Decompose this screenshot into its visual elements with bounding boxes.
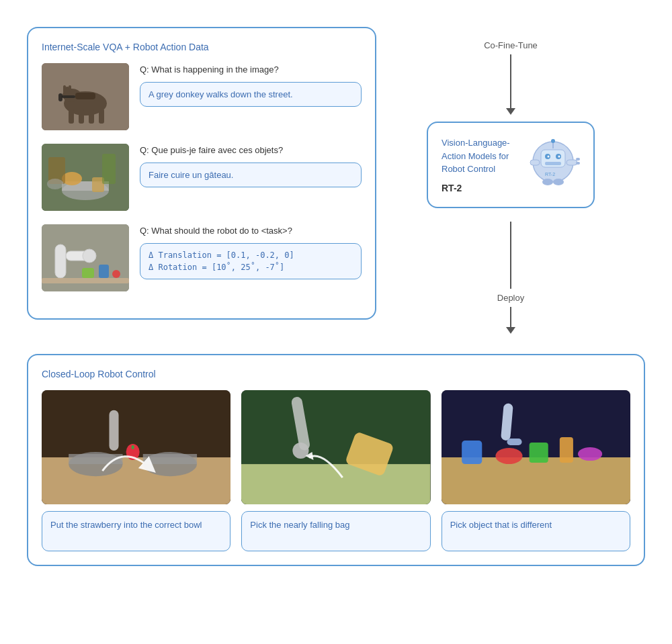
vqa-answer-3: Δ Translation = [0.1, -0.2, 0]Δ Rotation… <box>140 243 362 279</box>
demo-image-3 <box>442 390 630 504</box>
main-container: Internet-Scale VQA + Robot Action Data <box>13 13 659 580</box>
svg-rect-22 <box>55 244 66 278</box>
svg-point-24 <box>83 249 96 263</box>
vla-model-name: RT-2 <box>442 183 519 193</box>
deploy-arrow-line <box>510 222 511 289</box>
svg-point-63 <box>495 448 522 464</box>
cofine-arrow-line <box>510 54 511 108</box>
svg-rect-64 <box>529 442 548 462</box>
vqa-qa-2: Q: Que puis-je faire avec ces objets? Fa… <box>140 144 362 187</box>
vqa-qa-1: Q: What is happening in the image? A gre… <box>140 63 362 107</box>
cofine-label: Co-Fine-Tune <box>484 40 538 50</box>
svg-rect-41 <box>576 162 580 165</box>
cofine-connector: Co-Fine-Tune <box>484 27 538 115</box>
deploy-label: Deploy <box>497 293 524 303</box>
svg-rect-11 <box>62 95 75 98</box>
svg-rect-40 <box>576 158 580 160</box>
cofine-arrow <box>506 54 515 115</box>
demo-label-2: Pick the nearly falling bag <box>241 511 430 551</box>
svg-rect-9 <box>69 85 71 92</box>
vqa-item-3: Q: What should the robot do to <task>? Δ… <box>42 224 362 291</box>
svg-point-66 <box>578 447 602 461</box>
vqa-question-3: Q: What should the robot do to <task>? <box>140 224 362 238</box>
vla-title: Vision-Language-Action Models for Robot … <box>442 136 519 176</box>
svg-text:RT-2: RT-2 <box>545 172 555 177</box>
svg-rect-19 <box>102 154 116 184</box>
svg-point-42 <box>542 179 553 185</box>
svg-rect-62 <box>462 440 482 463</box>
deploy-connector: Deploy <box>497 222 524 334</box>
svg-point-34 <box>558 156 560 158</box>
vqa-panel: Internet-Scale VQA + Robot Action Data <box>27 27 376 320</box>
robot-icon: RT-2 <box>526 136 580 190</box>
vqa-item-2: Q: Que puis-je faire avec ces objets? Fa… <box>42 144 362 211</box>
vla-text: Vision-Language-Action Models for Robot … <box>442 136 519 193</box>
vqa-image-1 <box>42 63 129 130</box>
svg-rect-6 <box>99 109 104 124</box>
svg-rect-28 <box>112 270 120 278</box>
svg-rect-65 <box>559 436 573 462</box>
deploy-arrow-line-2 <box>510 307 511 327</box>
svg-rect-52 <box>132 445 134 449</box>
svg-point-37 <box>551 139 555 143</box>
vqa-image-2 <box>42 144 129 211</box>
demo-label-1: Put the strawberry into the correct bowl <box>42 511 230 551</box>
svg-point-43 <box>553 179 564 185</box>
svg-rect-26 <box>82 268 94 278</box>
vqa-qa-3: Q: What should the robot do to <task>? Δ… <box>140 224 362 279</box>
vla-panel: Vision-Language-Action Models for Robot … <box>427 122 595 208</box>
svg-rect-38 <box>530 160 540 165</box>
svg-rect-25 <box>42 278 129 283</box>
bottom-panel: Closed-Loop Robot Control <box>27 354 645 566</box>
cofine-arrow-tip <box>506 108 515 115</box>
svg-rect-50 <box>143 454 197 464</box>
svg-rect-39 <box>566 160 577 165</box>
svg-rect-53 <box>109 410 118 450</box>
svg-rect-3 <box>69 109 74 124</box>
svg-rect-10 <box>75 93 95 99</box>
svg-rect-5 <box>89 109 94 124</box>
svg-rect-68 <box>507 438 521 445</box>
vqa-answer-1: A grey donkey walks down the street. <box>140 82 362 107</box>
demo-item-1: Put the strawberry into the correct bowl <box>42 390 230 551</box>
demo-image-1 <box>42 390 230 504</box>
deploy-arrow <box>510 222 511 289</box>
deploy-arrow-tip-wrapper <box>506 307 515 334</box>
vqa-panel-title: Internet-Scale VQA + Robot Action Data <box>42 42 362 52</box>
demo-item-2: Pick the nearly falling bag <box>241 390 430 551</box>
demo-label-3: Pick object that is different <box>442 511 630 551</box>
svg-rect-8 <box>63 85 66 92</box>
svg-point-33 <box>548 156 550 158</box>
svg-rect-27 <box>99 265 109 278</box>
svg-rect-61 <box>442 457 630 504</box>
svg-rect-4 <box>79 109 84 124</box>
svg-rect-12 <box>58 93 62 101</box>
bottom-panel-title: Closed-Loop Robot Control <box>42 369 630 379</box>
robot-demos: Put the strawberry into the correct bowl <box>42 390 630 551</box>
deploy-arrow-tip <box>506 327 515 334</box>
vqa-item-1: Q: What is happening in the image? A gre… <box>42 63 362 130</box>
vqa-question-2: Q: Que puis-je faire avec ces objets? <box>140 144 362 157</box>
top-row: Internet-Scale VQA + Robot Action Data <box>27 27 645 334</box>
svg-rect-35 <box>545 162 561 165</box>
svg-point-20 <box>47 179 63 189</box>
vqa-image-3 <box>42 224 129 291</box>
demo-image-2 <box>241 390 430 504</box>
vqa-question-1: Q: What is happening in the image? <box>140 63 362 77</box>
top-right-col: Co-Fine-Tune Vision-Language-Action Mode… <box>376 27 645 334</box>
vqa-answer-2: Faire cuire un gâteau. <box>140 163 362 188</box>
demo-item-3: Pick object that is different <box>442 390 630 551</box>
